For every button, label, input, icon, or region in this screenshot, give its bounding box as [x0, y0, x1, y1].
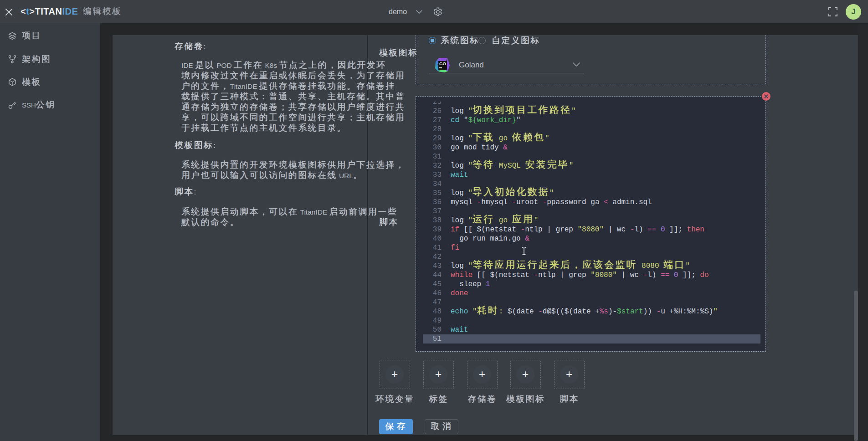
svg-text:GO: GO [439, 61, 446, 66]
